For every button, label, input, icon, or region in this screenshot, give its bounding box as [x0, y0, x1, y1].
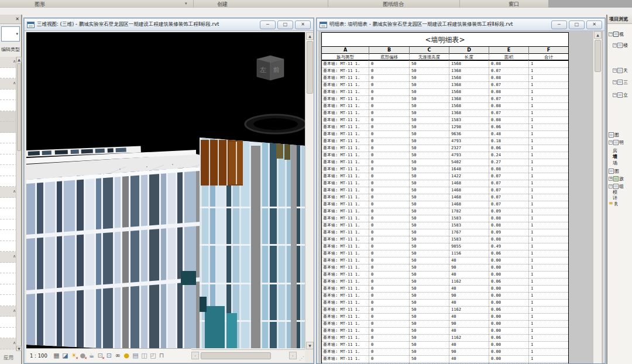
close-icon[interactable]: ✕	[15, 16, 19, 22]
table-cell[interactable]: 0.00	[489, 314, 528, 320]
table-cell[interactable]: 50	[409, 131, 449, 138]
close-button[interactable]: ✕	[295, 20, 311, 29]
table-cell[interactable]: 基本墙: MT-11 1.	[322, 307, 369, 313]
table-cell[interactable]: 0.06	[489, 279, 528, 285]
table-row[interactable]: 基本墙: MT-11 1.050900.001	[322, 265, 568, 272]
table-cell[interactable]: 1468	[449, 187, 489, 194]
table-cell[interactable]: 0.00	[489, 265, 528, 271]
table-cell[interactable]: 0.07	[489, 201, 528, 208]
table-cell[interactable]: 1368	[449, 96, 489, 102]
3d-canvas[interactable]: 左 前	[26, 32, 305, 348]
table-cell[interactable]: 50	[409, 187, 449, 194]
table-cell[interactable]: 基本墙: MT-11 1.	[322, 250, 369, 257]
table-cell[interactable]: 0	[369, 265, 409, 271]
table-cell[interactable]: 0.06	[489, 145, 528, 152]
horizontal-scrollbar[interactable]: ‹ › ⋰	[191, 349, 305, 362]
table-cell[interactable]: 基本墙: MT-11 1.	[322, 279, 369, 285]
table-row[interactable]: 基本墙: MT-11 1.05015830.081	[322, 215, 568, 222]
table-cell[interactable]: 基本墙: MT-11 1.	[322, 82, 369, 88]
table-cell[interactable]: 1	[528, 257, 568, 264]
table-cell[interactable]: 50	[409, 152, 449, 159]
table-cell[interactable]: 1	[528, 314, 568, 320]
table-cell[interactable]: 1	[528, 166, 568, 173]
table-cell[interactable]: 50	[409, 82, 449, 88]
table-cell[interactable]: 0.27	[489, 159, 528, 166]
table-cell[interactable]: 0	[369, 124, 409, 131]
property-row[interactable]	[0, 263, 17, 274]
table-cell[interactable]: 0	[369, 103, 409, 109]
table-cell[interactable]: 9636	[449, 131, 489, 138]
table-cell[interactable]: 0	[369, 307, 409, 313]
temporary-hide-icon[interactable]: ∞	[114, 351, 122, 360]
browser-item-场[interactable]: 场	[613, 160, 617, 166]
table-cell[interactable]: 1782	[449, 208, 489, 215]
table-cell[interactable]: 基本墙: MT-11 1.	[322, 243, 369, 250]
table-row[interactable]: 基本墙: MT-11 1.05098550.491	[322, 243, 568, 250]
table-row[interactable]: 基本墙: MT-11 1.05017670.091	[322, 229, 568, 236]
table-cell[interactable]: 50	[409, 236, 449, 243]
table-cell[interactable]: 0	[369, 61, 409, 67]
table-cell[interactable]: 基本墙: MT-11 1.	[322, 166, 369, 173]
browser-item-视[interactable]: −视	[609, 31, 624, 37]
property-row[interactable]	[0, 219, 17, 231]
table-cell[interactable]: 0	[369, 243, 409, 250]
table-cell[interactable]: 50	[409, 279, 449, 285]
table-cell[interactable]: 0.00	[489, 293, 528, 299]
table-cell[interactable]: 基本墙: MT-11 1.	[322, 215, 369, 222]
table-cell[interactable]: 50	[409, 307, 449, 313]
table-cell[interactable]: 0.06	[489, 335, 528, 341]
table-cell[interactable]: 1	[528, 279, 568, 285]
table-cell[interactable]: 0.09	[489, 208, 528, 215]
rendering-icon[interactable]: ☕	[87, 351, 96, 360]
table-cell[interactable]: 基本墙: MT-11 1.	[322, 138, 369, 145]
property-row[interactable]	[0, 133, 17, 144]
browser-item-详[interactable]: 详	[613, 195, 617, 201]
table-cell[interactable]: 0.24	[489, 152, 528, 159]
table-cell[interactable]: 0	[369, 138, 409, 145]
hide-analytical-icon[interactable]: ◫	[140, 351, 149, 360]
table-cell[interactable]: 50	[409, 243, 449, 250]
table-cell[interactable]: 1568	[449, 89, 489, 95]
table-cell[interactable]: 50	[409, 75, 449, 81]
table-cell[interactable]: 0.00	[489, 272, 528, 278]
table-cell[interactable]: 0	[369, 215, 409, 222]
building-model[interactable]: 左 前	[26, 32, 305, 348]
table-row[interactable]: 基本墙: MT-11 1.050900.001	[322, 321, 568, 328]
table-cell[interactable]: 1162	[449, 307, 489, 313]
table-row[interactable]: 基本墙: MT-11 1.050400.001	[322, 342, 568, 349]
table-cell[interactable]: 基本墙: MT-11 1.	[322, 328, 369, 334]
table-cell[interactable]: 0.07	[489, 82, 528, 88]
table-cell[interactable]: 基本墙: MT-11 1.	[322, 208, 369, 215]
table-cell[interactable]: 1468	[449, 180, 489, 187]
browser-item-族[interactable]: +族	[609, 176, 624, 182]
table-cell[interactable]: 1368	[449, 82, 489, 88]
table-row[interactable]: 基本墙: MT-11 1.05013680.071	[322, 96, 568, 103]
property-group-header[interactable]: ∧	[0, 338, 17, 349]
table-cell[interactable]: 0	[369, 335, 409, 341]
table-cell[interactable]: 1	[528, 300, 568, 306]
table-cell[interactable]: 40	[449, 356, 489, 362]
property-group-header[interactable]: ∧	[0, 187, 17, 198]
table-cell[interactable]: 0.07	[489, 187, 528, 194]
table-cell[interactable]: 基本墙: MT-11 1.	[322, 335, 369, 341]
table-row[interactable]: 基本墙: MT-11 1.05014220.071	[322, 173, 568, 180]
collapse-icon[interactable]: −	[609, 140, 613, 145]
table-cell[interactable]: 1	[528, 103, 568, 109]
table-cell[interactable]: 1298	[449, 124, 489, 131]
table-cell[interactable]: 0	[369, 152, 409, 159]
table-cell[interactable]: 1	[528, 265, 568, 271]
table-cell[interactable]: 0.06	[489, 307, 528, 313]
table-cell[interactable]: 基本墙: MT-11 1.	[322, 293, 369, 299]
table-row[interactable]: 基本墙: MT-11 1.05096360.481	[322, 131, 568, 138]
table-row[interactable]: 基本墙: MT-11 1.050900.001	[322, 349, 568, 356]
table-cell[interactable]: 50	[409, 124, 449, 131]
table-cell[interactable]: 基本墙: MT-11 1.	[322, 356, 369, 362]
table-cell[interactable]: 基本墙: MT-11 1.	[322, 236, 369, 243]
table-cell[interactable]: 1	[528, 229, 568, 236]
resize-grip-icon[interactable]: ⋰	[299, 355, 304, 361]
table-cell[interactable]: 50	[409, 272, 449, 278]
apply-button[interactable]: 应用	[4, 355, 13, 362]
table-cell[interactable]: 50	[409, 356, 449, 362]
table-cell[interactable]: 0.00	[489, 257, 528, 264]
table-cell[interactable]: 50	[409, 166, 449, 173]
